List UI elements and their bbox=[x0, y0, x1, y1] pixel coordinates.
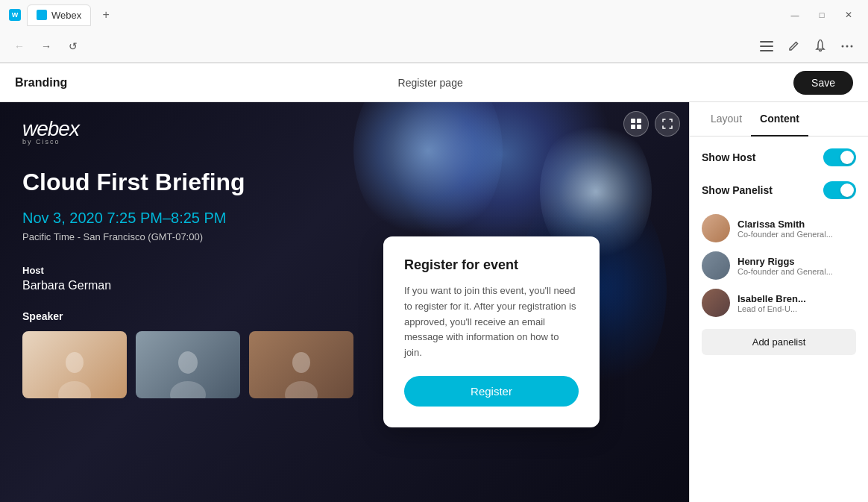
svg-point-15 bbox=[285, 381, 318, 398]
add-panelist-button[interactable]: Add panelist bbox=[702, 329, 856, 355]
show-host-row: Show Host bbox=[702, 148, 856, 166]
main-layout: webex by Cisco Cloud First Briefing Nov … bbox=[0, 102, 868, 502]
logo-text: webex by Cisco bbox=[22, 117, 667, 145]
tab-title: Webex bbox=[51, 10, 81, 21]
panelist-role-0: Co-founder and General... bbox=[738, 230, 856, 239]
panelist-item-0: Clarissa Smith Co-founder and General... bbox=[702, 214, 856, 242]
page-title: Branding bbox=[15, 76, 67, 90]
tab-layout[interactable]: Layout bbox=[702, 102, 751, 137]
svg-rect-1 bbox=[760, 46, 773, 47]
register-modal: Register for event If you want to join t… bbox=[383, 236, 600, 427]
save-button[interactable]: Save bbox=[793, 71, 853, 95]
svg-point-14 bbox=[292, 352, 310, 373]
show-panelist-row: Show Panelist bbox=[702, 181, 856, 199]
panelist-info-1: Henry Riggs Co-founder and General... bbox=[738, 256, 856, 276]
panelist-avatar-1 bbox=[702, 251, 730, 280]
panelist-name-0: Clarissa Smith bbox=[738, 219, 856, 230]
svg-point-10 bbox=[66, 352, 84, 373]
register-modal-title: Register for event bbox=[404, 257, 579, 273]
svg-point-12 bbox=[178, 351, 198, 374]
panelist-avatar-2 bbox=[702, 289, 730, 317]
tab-favicon bbox=[37, 10, 47, 20]
bell-icon-button[interactable] bbox=[808, 34, 832, 58]
svg-rect-0 bbox=[760, 41, 773, 43]
refresh-button[interactable]: ↺ bbox=[63, 36, 84, 57]
webex-logo: webex by Cisco bbox=[22, 117, 667, 145]
speaker-thumb-1 bbox=[22, 331, 127, 398]
register-button[interactable]: Register bbox=[404, 376, 579, 407]
svg-point-13 bbox=[170, 381, 206, 398]
browser-toolbar: ← → ↺ bbox=[0, 30, 868, 63]
panelist-info-2: Isabelle Bren... Lead of End-U... bbox=[738, 293, 856, 313]
page-subtitle: Register page bbox=[67, 77, 793, 89]
show-host-label: Show Host bbox=[702, 151, 755, 163]
browser-chrome: W Webex + — □ ✕ ← → ↺ bbox=[0, 0, 868, 63]
panelist-item-2: Isabelle Bren... Lead of End-U... bbox=[702, 289, 856, 317]
panel-body: Show Host Show Panelist C bbox=[690, 137, 868, 502]
panelist-role-1: Co-founder and General... bbox=[738, 267, 856, 276]
panelist-item-1: Henry Riggs Co-founder and General... bbox=[702, 251, 856, 280]
logo-subtext: by Cisco bbox=[22, 138, 667, 145]
preview-area: webex by Cisco Cloud First Briefing Nov … bbox=[0, 102, 689, 502]
more-icon-button[interactable] bbox=[835, 34, 859, 58]
svg-point-11 bbox=[58, 381, 91, 398]
edit-icon-button[interactable] bbox=[781, 34, 805, 58]
right-panel: Layout Content Show Host Show Panelist bbox=[689, 102, 868, 502]
app-header: Branding Register page Save bbox=[0, 63, 868, 102]
svg-rect-2 bbox=[760, 50, 773, 51]
speaker-thumb-2 bbox=[136, 331, 240, 398]
svg-point-4 bbox=[846, 45, 849, 47]
panelist-name-2: Isabelle Bren... bbox=[738, 293, 856, 304]
event-title: Cloud First Briefing bbox=[22, 168, 667, 196]
svg-point-5 bbox=[851, 45, 853, 47]
browser-tab[interactable]: Webex bbox=[27, 4, 91, 26]
panel-tabs: Layout Content bbox=[690, 102, 868, 137]
back-button[interactable]: ← bbox=[9, 36, 30, 57]
panelist-avatar-0 bbox=[702, 214, 730, 242]
forward-button[interactable]: → bbox=[36, 36, 57, 57]
list-icon-button[interactable] bbox=[755, 34, 779, 58]
speaker-thumb-3 bbox=[249, 331, 353, 398]
browser-favicon: W bbox=[9, 9, 21, 21]
toolbar-icons bbox=[755, 34, 859, 58]
event-date: Nov 3, 2020 7:25 PM–8:25 PM bbox=[22, 210, 667, 227]
minimize-button[interactable]: — bbox=[784, 4, 805, 25]
show-panelist-toggle[interactable] bbox=[823, 181, 856, 199]
show-host-toggle[interactable] bbox=[823, 148, 856, 166]
maximize-button[interactable]: □ bbox=[811, 4, 832, 25]
show-host-slider bbox=[823, 148, 856, 166]
browser-titlebar: W Webex + — □ ✕ bbox=[0, 0, 868, 30]
show-panelist-label: Show Panelist bbox=[702, 184, 773, 196]
register-modal-body: If you want to join this event, you'll n… bbox=[404, 283, 579, 361]
panelist-role-2: Lead of End-U... bbox=[738, 304, 856, 313]
panelist-list: Clarissa Smith Co-founder and General...… bbox=[702, 214, 856, 317]
new-tab-button[interactable]: + bbox=[97, 6, 115, 24]
tab-content[interactable]: Content bbox=[751, 102, 808, 137]
show-panelist-slider bbox=[823, 181, 856, 199]
svg-point-3 bbox=[842, 45, 844, 47]
close-button[interactable]: ✕ bbox=[838, 4, 859, 25]
panelist-name-1: Henry Riggs bbox=[738, 256, 856, 267]
panelist-info-0: Clarissa Smith Co-founder and General... bbox=[738, 219, 856, 239]
